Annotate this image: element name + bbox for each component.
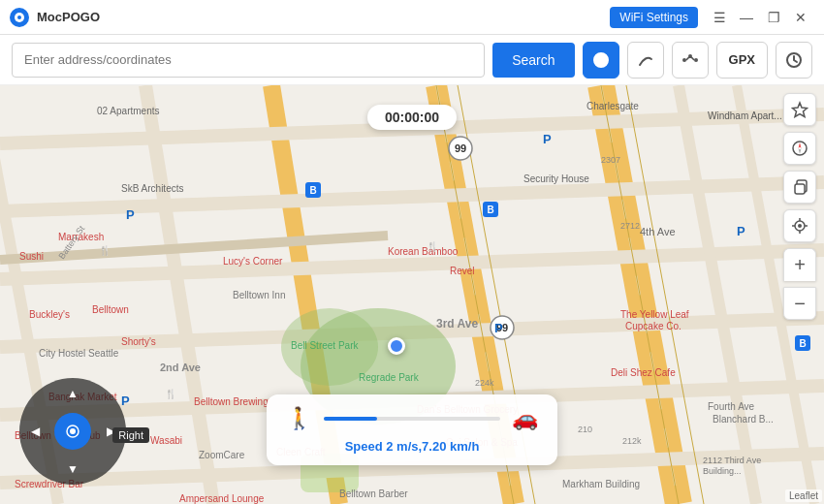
speed-panel: 🚶 🚗 Speed 2 m/s,7.20 km/h — [267, 394, 557, 465]
walk-icon[interactable]: 🚶 — [286, 406, 312, 431]
svg-text:3rd Ave: 3rd Ave — [436, 317, 478, 331]
svg-text:City Hostel Seattle: City Hostel Seattle — [39, 348, 119, 359]
svg-text:Belltown: Belltown — [92, 304, 129, 315]
svg-text:Belltown Inn: Belltown Inn — [233, 290, 285, 300]
route-button[interactable] — [627, 42, 664, 79]
svg-text:SkB Architects: SkB Architects — [121, 183, 183, 194]
app-logo — [10, 8, 29, 27]
close-button[interactable]: ✕ — [787, 4, 814, 31]
locate-button[interactable] — [783, 209, 816, 242]
zoom-out-button[interactable]: − — [783, 287, 816, 320]
svg-text:Buckley's: Buckley's — [29, 309, 70, 320]
joystick-left[interactable]: ◀ — [25, 422, 45, 441]
map-right-toolbar: + − — [783, 93, 816, 320]
joystick[interactable]: ▲ ▼ ◀ ▶ Right — [19, 378, 126, 485]
svg-text:Revel: Revel — [450, 266, 475, 276]
svg-point-84 — [798, 224, 802, 228]
joystick-right[interactable]: ▶ Right — [101, 422, 120, 441]
favorite-button[interactable] — [783, 93, 816, 126]
svg-text:Security House: Security House — [523, 173, 589, 184]
svg-text:4th Ave: 4th Ave — [640, 226, 676, 237]
speed-slider[interactable] — [324, 417, 500, 421]
timer-badge: 00:00:00 — [367, 105, 457, 130]
title-bar: MocPOGO WiFi Settings ☰ — ❐ ✕ — [0, 0, 824, 35]
svg-text:🍴: 🍴 — [427, 240, 439, 253]
svg-text:🍴: 🍴 — [99, 244, 111, 257]
svg-text:Windham Apart...: Windham Apart... — [708, 110, 782, 121]
maximize-button[interactable]: ❐ — [760, 4, 787, 31]
svg-text:Belltown Barber: Belltown Barber — [339, 488, 408, 499]
svg-text:B: B — [309, 185, 316, 196]
leaflet-attribution: Leaflet — [785, 489, 822, 502]
svg-text:Building...: Building... — [703, 466, 742, 476]
svg-text:B: B — [487, 205, 493, 215]
svg-point-10 — [694, 58, 698, 62]
teleport-button[interactable] — [583, 42, 619, 79]
minimize-button[interactable]: — — [733, 4, 760, 31]
copy-button[interactable] — [783, 171, 816, 204]
search-bar: Search GPX — [0, 35, 824, 85]
location-marker[interactable] — [388, 337, 405, 355]
joystick-down[interactable]: ▼ — [63, 459, 82, 479]
search-input[interactable] — [12, 43, 485, 78]
search-button[interactable]: Search — [492, 43, 574, 78]
svg-text:ZoomCare: ZoomCare — [199, 450, 245, 460]
svg-text:2712: 2712 — [620, 221, 640, 231]
menu-button[interactable]: ☰ — [706, 4, 733, 31]
wifi-settings-button[interactable]: WiFi Settings — [610, 7, 698, 28]
svg-text:2112 Third Ave: 2112 Third Ave — [703, 456, 761, 465]
gpx-button[interactable]: GPX — [716, 42, 768, 79]
svg-text:🍴: 🍴 — [165, 388, 177, 400]
svg-text:210: 210 — [578, 425, 592, 434]
svg-text:Bell Street Park: Bell Street Park — [291, 340, 359, 351]
svg-point-1 — [17, 16, 21, 19]
svg-text:2307: 2307 — [601, 155, 620, 165]
svg-text:Regrade Park: Regrade Park — [359, 372, 420, 383]
svg-text:Charlesgate: Charlesgate — [586, 101, 639, 111]
svg-text:Shorty's: Shorty's — [121, 336, 156, 347]
svg-text:P: P — [126, 207, 135, 222]
svg-text:The Yellow Leaf: The Yellow Leaf — [620, 309, 689, 320]
svg-text:02 Apartments: 02 Apartments — [97, 106, 159, 116]
svg-text:2nd Ave: 2nd Ave — [160, 362, 201, 373]
zoom-in-button[interactable]: + — [783, 248, 816, 281]
svg-text:Fourth Ave: Fourth Ave — [708, 401, 755, 412]
svg-text:Deli Shez Cafe: Deli Shez Cafe — [611, 367, 676, 378]
svg-text:212k: 212k — [622, 436, 642, 446]
svg-point-8 — [682, 58, 686, 62]
joystick-up[interactable]: ▲ — [63, 384, 82, 403]
svg-text:P: P — [494, 321, 503, 335]
multipoint-route-button[interactable] — [672, 42, 709, 79]
svg-rect-82 — [795, 184, 805, 194]
svg-point-7 — [599, 58, 603, 62]
svg-text:Sushi: Sushi — [19, 251, 44, 262]
map-area[interactable]: 99 99 02 Apartments Charlesgate Windham … — [0, 85, 824, 504]
svg-text:Blanchard B...: Blanchard B... — [713, 414, 774, 425]
history-button[interactable] — [776, 42, 812, 79]
svg-text:Belltown Brewing: Belltown Brewing — [194, 396, 269, 407]
joystick-center[interactable] — [54, 413, 91, 450]
compass-button[interactable] — [783, 132, 816, 165]
svg-text:Lucy's Corner: Lucy's Corner — [223, 256, 283, 267]
speed-text: Speed 2 m/s,7.20 km/h — [286, 439, 538, 454]
svg-text:P: P — [737, 224, 745, 238]
drive-icon[interactable]: 🚗 — [512, 406, 538, 431]
svg-text:Cupcake Co.: Cupcake Co. — [625, 321, 681, 331]
svg-text:Korean Bamboo: Korean Bamboo — [388, 246, 459, 257]
svg-text:P: P — [543, 132, 552, 146]
svg-text:Wasabi: Wasabi — [150, 435, 182, 446]
right-tooltip: Right — [112, 427, 149, 443]
svg-text:Ampersand Lounge: Ampersand Lounge — [179, 493, 265, 504]
svg-text:B: B — [799, 338, 806, 349]
svg-text:224k: 224k — [475, 378, 494, 388]
svg-text:Markham Building: Markham Building — [562, 479, 640, 489]
app-title: MocPOGO — [37, 10, 610, 24]
svg-point-89 — [70, 428, 76, 434]
svg-text:99: 99 — [455, 142, 466, 154]
